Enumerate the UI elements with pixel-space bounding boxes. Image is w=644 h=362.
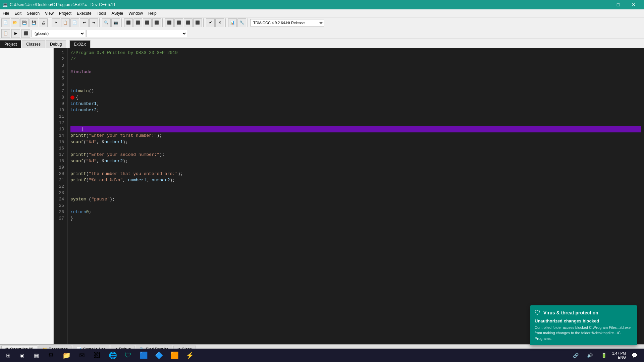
tb2-btn2[interactable]: ▶ [11, 29, 20, 38]
code-line-4: #include [70, 69, 641, 75]
code-line-1: //Program 3.4 Written by DBXS 23 SEP 201… [70, 50, 641, 56]
menu-item-edit[interactable]: Edit [12, 9, 24, 17]
code-line-10: int number2; [70, 107, 641, 113]
redo-button[interactable]: ↪ [89, 18, 98, 27]
battery-icon[interactable]: 🔋 [598, 349, 609, 362]
line-number-23: 23 [56, 190, 65, 196]
search-dropdown[interactable] [87, 30, 187, 37]
line-number-10: 10 [56, 107, 65, 113]
btn7[interactable]: ⬛ [184, 18, 193, 27]
code-editor[interactable]: 1234567891011121314151617181920212223242… [54, 48, 644, 344]
open-file-button[interactable]: 📂 [11, 18, 19, 27]
app-icon: 💻 [3, 2, 8, 7]
menu-item-view[interactable]: View [42, 9, 56, 17]
compiler-dropdown[interactable]: TDM-GCC 4.9.2 64-bit Release [250, 19, 324, 26]
btn3[interactable]: ⬛ [143, 18, 152, 27]
save-all-button[interactable]: 💾 [30, 18, 38, 27]
volume-icon[interactable]: 🔊 [584, 349, 595, 362]
line-number-14: 14 [56, 132, 65, 139]
chart-button[interactable]: 📊 [228, 18, 237, 27]
close-button[interactable]: ✕ [626, 0, 641, 9]
taskbar-photos[interactable]: 🖼 [90, 349, 105, 362]
notification-icon[interactable]: 💬 [629, 349, 640, 362]
taskbar-explorer[interactable]: 📁 [59, 349, 74, 362]
tab-classes[interactable]: Classes [22, 40, 45, 48]
menu-item-project[interactable]: Project [56, 9, 74, 17]
code-line-19 [70, 164, 641, 171]
toolbar1: 📄 📂 💾 💾 🖨 ✂ 📋 📄 ↩ ↪ 🔍 📷 ⬛ ⬛ ⬛ ⬛ ⬛ ⬛ ⬛ ⬛ … [0, 17, 644, 28]
btn6[interactable]: ⬛ [174, 18, 183, 27]
btn8[interactable]: ⬛ [193, 18, 202, 27]
clock[interactable]: 1:47 PM ENG [612, 351, 626, 359]
minimize-button[interactable]: ─ [595, 0, 610, 9]
task-view-button[interactable]: ▦ [30, 349, 43, 362]
taskbar-app3[interactable]: 🟧 [167, 349, 182, 362]
cut-button[interactable]: ✂ [52, 18, 60, 27]
tb2-btn1[interactable]: 📋 [1, 29, 10, 38]
menu-item-search[interactable]: Search [24, 9, 42, 17]
btn2[interactable]: ⬛ [133, 18, 142, 27]
btn5[interactable]: ⬛ [165, 18, 174, 27]
separator4 [162, 18, 164, 27]
separator1 [49, 18, 50, 27]
line-number-17: 17 [56, 152, 65, 158]
menubar: FileEditSearchViewProjectExecuteToolsASt… [0, 9, 644, 17]
date-lang: ENG [618, 355, 626, 359]
line-number-22: 22 [56, 183, 65, 190]
maximize-button[interactable]: □ [610, 0, 626, 9]
btn1[interactable]: ⬛ [124, 18, 133, 27]
taskbar-devcpp[interactable]: ⚡ [182, 349, 197, 362]
line-number-21: 21 [56, 177, 65, 183]
screenshot-button[interactable]: 📷 [111, 18, 120, 27]
tb2-btn3[interactable]: ⬛ [21, 29, 30, 38]
code-line-6 [70, 81, 641, 88]
code-line-7: int main() [70, 88, 641, 94]
taskbar-security[interactable]: 🛡 [121, 349, 136, 362]
code-line-24: system ("pause"); [70, 196, 641, 202]
btn4[interactable]: ⬛ [152, 18, 161, 27]
undo-button[interactable]: ↩ [80, 18, 89, 27]
check-button[interactable]: ✔ [206, 18, 215, 27]
line-number-24: 24 [56, 196, 65, 202]
search-button[interactable]: ◉ [15, 349, 29, 362]
line-number-15: 15 [56, 139, 65, 145]
find-button[interactable]: 🔍 [102, 18, 111, 27]
network-icon[interactable]: 🔗 [570, 349, 581, 362]
menu-item-astyle[interactable]: AStyle [109, 9, 126, 17]
menu-item-file[interactable]: File [0, 9, 12, 17]
wrench-button[interactable]: 🔧 [237, 18, 246, 27]
code-line-17: printf("Enter your second number:"); [70, 152, 641, 158]
line-number-8: 8 [56, 94, 65, 101]
menu-item-window[interactable]: Window [126, 9, 146, 17]
save-button[interactable]: 💾 [20, 18, 29, 27]
taskbar-mail[interactable]: ✉ [74, 349, 89, 362]
toast-shield-icon: 🛡 [535, 309, 541, 316]
taskbar-settings[interactable]: ⚙ [44, 349, 58, 362]
tab-project[interactable]: Project [0, 40, 21, 48]
menu-item-execute[interactable]: Execute [74, 9, 94, 17]
menu-item-tools[interactable]: Tools [94, 9, 109, 17]
tab-file[interactable]: Ex02.c [69, 40, 91, 48]
taskbar-app2[interactable]: 🔷 [152, 349, 166, 362]
paste-button[interactable]: 📄 [70, 18, 79, 27]
line-number-27: 27 [56, 215, 65, 222]
x-button[interactable]: ✕ [215, 18, 224, 27]
start-button[interactable]: ⊞ [1, 349, 15, 362]
taskbar-edge[interactable]: 🌐 [105, 349, 120, 362]
taskbar-app1[interactable]: 🟦 [136, 349, 151, 362]
scope-dropdown[interactable]: (globals) [32, 30, 85, 37]
line-numbers: 1234567891011121314151617181920212223242… [54, 48, 68, 344]
code-line-3 [70, 62, 641, 69]
code-area[interactable]: //Program 3.4 Written by DBXS 23 SEP 201… [68, 48, 644, 344]
separator2 [99, 18, 101, 27]
tab-debug[interactable]: Debug [46, 40, 66, 48]
code-line-5 [70, 75, 641, 81]
taskbar-left: ⊞ ◉ ▦ ⚙ 📁 ✉ 🖼 🌐 🛡 🟦 🔷 🟧 ⚡ [1, 349, 197, 362]
copy-button[interactable]: 📋 [61, 18, 70, 27]
print-button[interactable]: 🖨 [39, 18, 48, 27]
line-number-9: 9 [56, 101, 65, 107]
titlebar-controls: ─ □ ✕ [595, 0, 641, 9]
line-number-19: 19 [56, 164, 65, 171]
new-file-button[interactable]: 📄 [1, 18, 10, 27]
menu-item-help[interactable]: Help [146, 9, 159, 17]
